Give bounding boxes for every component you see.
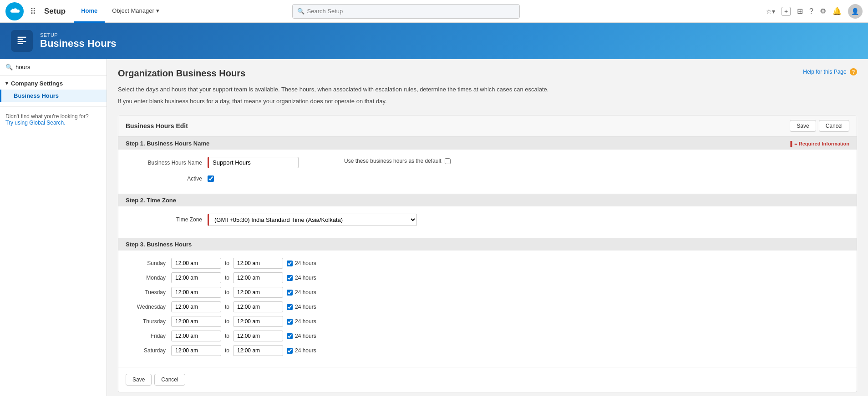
business-hours-name-label: Business Hours Name — [126, 157, 208, 166]
help-icon[interactable]: ? — [809, 7, 813, 15]
header-band: SETUP Business Hours — [0, 23, 868, 59]
step3-body: Sunday to 24 hours Monday to 24 hours Tu… — [118, 251, 857, 367]
bottom-save-button[interactable]: Save — [126, 374, 152, 386]
chevron-down-icon: ▾ — [156, 7, 159, 14]
to-time-5[interactable] — [233, 331, 283, 341]
24hours-checkbox-4[interactable] — [287, 319, 293, 325]
business-hours-name-input[interactable] — [208, 157, 299, 168]
to-label-6: to — [225, 347, 229, 354]
top-navigation: ⠿ Setup Home Object Manager ▾ 🔍 ☆▾ + ⊞ ?… — [0, 0, 868, 23]
star-icon[interactable]: ☆▾ — [766, 8, 775, 15]
plus-icon[interactable]: + — [782, 7, 791, 16]
sidebar-item-business-hours[interactable]: Business Hours — [0, 90, 107, 102]
day-label-5: Friday — [126, 333, 171, 339]
sidebar-search-input[interactable] — [15, 64, 101, 70]
day-label-6: Saturday — [126, 347, 171, 354]
to-time-2[interactable] — [233, 287, 283, 298]
tab-home[interactable]: Home — [74, 0, 105, 23]
day-label-0: Sunday — [126, 260, 171, 266]
bell-icon[interactable]: 🔔 — [832, 7, 842, 15]
step2-title: Step 2. Time Zone — [126, 197, 176, 204]
from-time-1[interactable] — [171, 272, 221, 283]
hours-row: Thursday to 24 hours — [126, 316, 849, 327]
bottom-cancel-button[interactable]: Cancel — [154, 374, 185, 386]
setup-breadcrumb: SETUP — [40, 32, 117, 38]
avatar[interactable]: 👤 — [848, 4, 863, 19]
save-button[interactable]: Save — [790, 120, 816, 132]
24hours-wrap-3: 24 hours — [287, 304, 316, 310]
hours-row: Friday to 24 hours — [126, 331, 849, 341]
help-link[interactable]: Help for this Page ? — [803, 68, 857, 75]
sidebar-search-row: 🔍 — [0, 59, 107, 75]
hours-row: Wednesday to 24 hours — [126, 301, 849, 312]
main-layout: 🔍 ▾ Company Settings Business Hours Didn… — [0, 59, 868, 396]
salesforce-logo — [5, 2, 24, 20]
panel-header: Business Hours Edit Save Cancel — [118, 115, 857, 137]
24hours-checkbox-6[interactable] — [287, 348, 293, 354]
24hours-wrap-4: 24 hours — [287, 318, 316, 325]
24hours-checkbox-1[interactable] — [287, 275, 293, 281]
sidebar: 🔍 ▾ Company Settings Business Hours Didn… — [0, 59, 107, 396]
grid-icon[interactable]: ⠿ — [30, 6, 36, 16]
gear-icon[interactable]: ⚙ — [820, 7, 826, 15]
24hours-wrap-1: 24 hours — [287, 275, 316, 281]
timezone-label: Time Zone — [126, 214, 208, 223]
24hours-label-5: 24 hours — [295, 333, 316, 339]
required-note: ▐ = Required Information — [788, 141, 849, 146]
step2-header: Step 2. Time Zone — [118, 194, 857, 206]
to-time-6[interactable] — [233, 345, 283, 356]
to-time-4[interactable] — [233, 316, 283, 327]
hours-row: Tuesday to 24 hours — [126, 287, 849, 298]
from-time-6[interactable] — [171, 345, 221, 356]
step2-body: Time Zone (GMT+05:30) India Standard Tim… — [118, 206, 857, 238]
24hours-wrap-6: 24 hours — [287, 347, 316, 354]
step1-header: Step 1. Business Hours Name ▐ = Required… — [118, 137, 857, 150]
24hours-checkbox-5[interactable] — [287, 333, 293, 339]
timezone-select[interactable]: (GMT+05:30) India Standard Time (Asia/Ko… — [208, 214, 417, 226]
from-time-5[interactable] — [171, 331, 221, 341]
24hours-label-3: 24 hours — [295, 304, 316, 310]
tab-object-manager[interactable]: Object Manager ▾ — [105, 0, 167, 23]
24hours-wrap-2: 24 hours — [287, 289, 316, 296]
to-time-3[interactable] — [233, 301, 283, 312]
search-input[interactable] — [307, 8, 515, 15]
active-checkbox[interactable] — [208, 175, 214, 182]
24hours-checkbox-2[interactable] — [287, 290, 293, 296]
hours-row: Monday to 24 hours — [126, 272, 849, 283]
sidebar-help-text: Didn't find what you're looking for? Try… — [0, 106, 107, 132]
to-time-1[interactable] — [233, 272, 283, 283]
24hours-wrap-5: 24 hours — [287, 333, 316, 339]
day-label-2: Tuesday — [126, 289, 171, 296]
page-title: Organization Business Hours — [118, 68, 245, 79]
global-search-link[interactable]: Try using Global Search. — [5, 120, 66, 126]
panel-header-title: Business Hours Edit — [126, 122, 188, 130]
from-time-4[interactable] — [171, 316, 221, 327]
24hours-wrap-0: 24 hours — [287, 260, 316, 266]
sidebar-section-label: Company Settings — [11, 80, 63, 87]
from-time-2[interactable] — [171, 287, 221, 298]
sidebar-section-company-settings[interactable]: ▾ Company Settings — [0, 75, 107, 90]
from-time-3[interactable] — [171, 301, 221, 312]
step1-section: Step 1. Business Hours Name ▐ = Required… — [118, 137, 857, 194]
chevron-down-icon: ▾ — [5, 80, 8, 86]
cancel-button[interactable]: Cancel — [819, 120, 849, 132]
nav-right-icons: ☆▾ + ⊞ ? ⚙ 🔔 👤 — [766, 4, 863, 19]
to-time-0[interactable] — [233, 258, 283, 269]
24hours-checkbox-3[interactable] — [287, 304, 293, 310]
default-checkbox[interactable] — [445, 158, 451, 164]
apps-icon[interactable]: ⊞ — [797, 7, 803, 15]
24hours-label-4: 24 hours — [295, 318, 316, 325]
day-label-1: Monday — [126, 275, 171, 281]
to-label-3: to — [225, 304, 229, 310]
active-label: Active — [126, 173, 208, 182]
24hours-checkbox-0[interactable] — [287, 261, 293, 266]
help-icon: ? — [850, 68, 857, 75]
day-label-4: Thursday — [126, 318, 171, 325]
business-hours-name-row: Business Hours Name Active — [126, 157, 299, 186]
to-label-0: to — [225, 260, 229, 266]
setup-label: Setup — [44, 7, 66, 16]
step2-section: Step 2. Time Zone Time Zone (GMT+05:30) … — [118, 194, 857, 238]
hours-row: Sunday to 24 hours — [126, 258, 849, 269]
description-line1: Select the days and hours that your supp… — [118, 85, 857, 94]
from-time-0[interactable] — [171, 258, 221, 269]
